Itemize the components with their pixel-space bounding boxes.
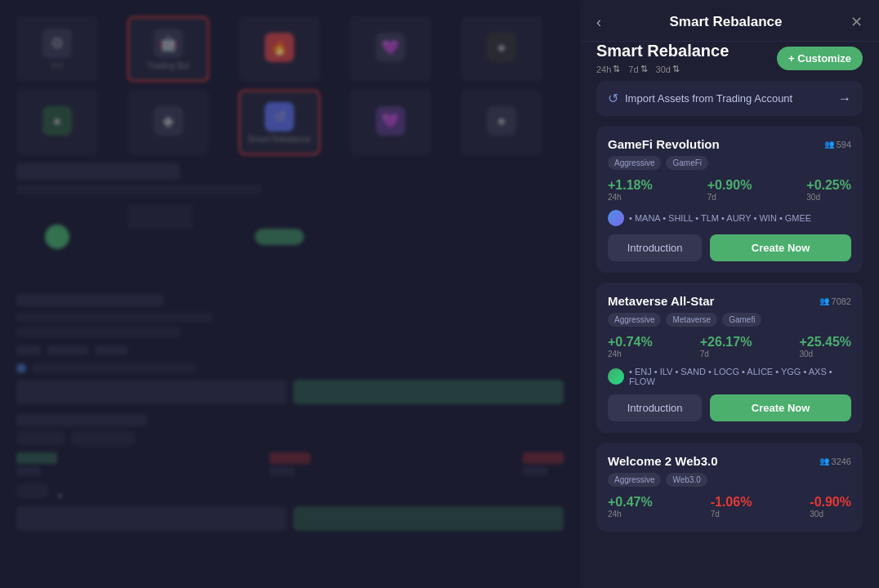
card-name-gamefi: GameFi Revolution — [608, 137, 720, 151]
stat-30d-meta: +25.45% 30d — [799, 335, 851, 359]
trading-bot-item[interactable]: 🤖 Trading Bot — [127, 16, 209, 82]
grid-item-4: 💜 — [350, 16, 431, 82]
import-icon: ↺ — [608, 91, 618, 106]
strategies-list: GameFi Revolution 594 Aggressive GameFi … — [580, 126, 879, 588]
tag-metaverse: Metaverse — [666, 313, 717, 327]
tag-aggressive: Aggressive — [608, 156, 661, 170]
stats-metaverse: +0.74% 24h +26.17% 7d +25.45% 30d — [608, 335, 851, 359]
tags-metaverse: Aggressive Metaverse Gamefi — [608, 313, 851, 327]
tag-aggressive-meta: Aggressive — [608, 313, 661, 327]
stat-label-30d-gamefi: 30d — [806, 193, 851, 202]
tags-gamefi: Aggressive GameFi — [608, 156, 851, 170]
stat-label-7d-gamefi: 7d — [707, 193, 752, 202]
time-7d[interactable]: 7d ⇅ — [628, 64, 647, 74]
stat-label-24h-gamefi: 24h — [608, 193, 653, 202]
coins-metaverse: • ENJ • ILV • SAND • LOCG • ALICE • YGG … — [608, 367, 851, 386]
import-arrow-icon: → — [838, 91, 851, 106]
stat-30d-web3: -0.90% 30d — [810, 495, 851, 519]
grid-item-14 — [239, 204, 320, 270]
grid-item-9: 💜 — [350, 90, 431, 155]
strategy-card-gamefi: GameFi Revolution 594 Aggressive GameFi … — [596, 126, 863, 273]
stat-value-30d-gamefi: +0.25% — [806, 178, 851, 193]
stats-web3: +0.47% 24h -1.06% 7d -0.90% 30d — [608, 495, 851, 519]
main-title-group: Smart Rebalance 24h ⇅ 7d ⇅ 30d ⇅ — [596, 42, 729, 74]
stat-label-24h-web3: 24h — [608, 510, 653, 519]
stat-label-7d-meta: 7d — [700, 350, 752, 359]
stat-24h-meta: +0.74% 24h — [608, 335, 653, 359]
smart-rebalance-item[interactable]: ↺ Smart Rebalance — [239, 90, 320, 155]
background-panel: ⚙ Bot 🤖 Trading Bot 🔥 💜 ● ● ◆ ↺ Smart Re… — [0, 0, 580, 588]
stat-label-7d-web3: 7d — [711, 510, 752, 519]
title-row: Smart Rebalance 24h ⇅ 7d ⇅ 30d ⇅ + Custo… — [580, 42, 879, 81]
stat-value-24h-web3: +0.47% — [608, 495, 653, 510]
stats-gamefi: +1.18% 24h +0.90% 7d +0.25% 30d — [608, 178, 851, 202]
card-name-web3: Welcome 2 Web3.0 — [608, 454, 718, 468]
card-count-metaverse: 7082 — [819, 296, 851, 306]
tag-gamefi-meta: Gamefi — [722, 313, 761, 327]
time-controls: 24h ⇅ 7d ⇅ 30d ⇅ — [596, 64, 729, 74]
stat-value-24h-gamefi: +1.18% — [608, 178, 653, 193]
card-header-metaverse: Metaverse All-Star 7082 — [608, 294, 851, 308]
import-banner[interactable]: ↺ Import Assets from Trading Account → — [596, 81, 863, 116]
tag-gamefi: GameFi — [666, 156, 708, 170]
card-actions-gamefi: Introduction Create Now — [608, 234, 851, 261]
close-icon[interactable]: ✕ — [850, 13, 863, 31]
grid-item-13 — [127, 204, 193, 229]
stat-value-7d-web3: -1.06% — [711, 495, 752, 510]
card-actions-metaverse: Introduction Create Now — [608, 394, 851, 421]
card-name-metaverse: Metaverse All-Star — [608, 294, 714, 308]
stat-value-24h-meta: +0.74% — [608, 335, 653, 350]
coins-gamefi: • MANA • SHILL • TLM • AURY • WIN • GMEE — [608, 210, 851, 226]
coin-icon-meta — [608, 368, 624, 385]
grid-item-6: ● — [16, 90, 98, 155]
import-text: Import Assets from Trading Account — [625, 92, 792, 105]
stat-value-7d-gamefi: +0.90% — [707, 178, 752, 193]
panel-header: ‹ Smart Rebalance ✕ — [580, 0, 879, 42]
time-24h[interactable]: 24h ⇅ — [596, 64, 620, 74]
tag-web3: Web3.0 — [666, 473, 707, 487]
intro-button-metaverse[interactable]: Introduction — [608, 394, 702, 421]
stat-value-7d-meta: +26.17% — [700, 335, 752, 350]
tag-aggressive-web3: Aggressive — [608, 473, 661, 487]
stat-7d-gamefi: +0.90% 7d — [707, 178, 752, 202]
time-30d[interactable]: 30d ⇅ — [656, 64, 680, 74]
create-button-metaverse[interactable]: Create Now — [710, 394, 851, 421]
stat-24h-gamefi: +1.18% 24h — [608, 178, 653, 202]
grid-item-11 — [16, 163, 98, 196]
strategy-card-metaverse: Metaverse All-Star 7082 Aggressive Metav… — [596, 283, 863, 433]
intro-button-gamefi[interactable]: Introduction — [608, 234, 702, 261]
grid-item-12 — [16, 204, 98, 270]
back-arrow-icon[interactable]: ‹ — [596, 14, 601, 31]
grid-item-1: ⚙ Bot — [16, 16, 98, 82]
panel-nav: ‹ — [596, 14, 601, 31]
panel-title: Smart Rebalance — [670, 14, 783, 30]
grid-item-3: 🔥 — [239, 16, 320, 82]
stat-24h-web3: +0.47% 24h — [608, 495, 653, 519]
coin-icon-gamefi — [608, 210, 624, 226]
customize-button[interactable]: + Customize — [777, 47, 863, 70]
stat-7d-meta: +26.17% 7d — [700, 335, 752, 359]
stat-30d-gamefi: +0.25% 30d — [806, 178, 851, 202]
stat-7d-web3: -1.06% 7d — [711, 495, 752, 519]
grid-item-7: ◆ — [127, 90, 209, 155]
card-header-gamefi: GameFi Revolution 594 — [608, 137, 851, 151]
card-count-gamefi: 594 — [824, 140, 851, 149]
import-banner-content: ↺ Import Assets from Trading Account — [608, 91, 792, 106]
main-title: Smart Rebalance — [596, 42, 729, 60]
strategy-card-web3: Welcome 2 Web3.0 3246 Aggressive Web3.0 … — [596, 443, 863, 532]
right-panel: ‹ Smart Rebalance ✕ Smart Rebalance 24h … — [580, 0, 879, 588]
stat-value-30d-web3: -0.90% — [810, 495, 851, 510]
stat-label-30d-meta: 30d — [799, 350, 851, 359]
grid-item-10: ● — [461, 90, 542, 155]
stat-value-30d-meta: +25.45% — [799, 335, 851, 350]
stat-label-30d-web3: 30d — [810, 510, 851, 519]
card-header-web3: Welcome 2 Web3.0 3246 — [608, 454, 851, 468]
stat-label-24h-meta: 24h — [608, 350, 653, 359]
create-button-gamefi[interactable]: Create Now — [710, 234, 851, 261]
grid-item-5: ● — [461, 16, 542, 82]
card-count-web3: 3246 — [819, 457, 851, 466]
tags-web3: Aggressive Web3.0 — [608, 473, 851, 487]
